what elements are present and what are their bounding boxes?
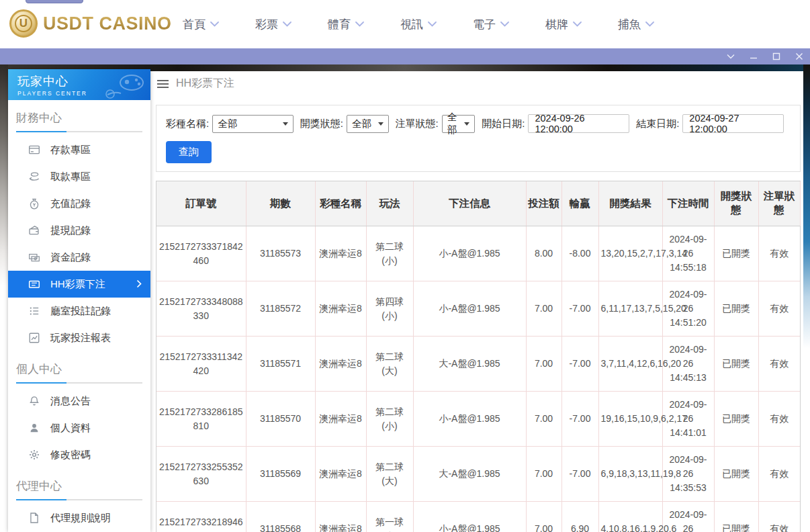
sidebar-item-profile[interactable]: 個人資料: [8, 414, 150, 441]
table-row: 2152172733371842460 31185573 澳洲幸运8 第二球(小…: [156, 226, 800, 281]
sidebar-item-hh-lottery-bets[interactable]: HH彩票下注: [8, 271, 150, 298]
nav-item[interactable]: 彩票: [255, 17, 291, 32]
chevron-down-icon: [283, 21, 291, 27]
sidebar-item-label: 消息公告: [50, 395, 91, 408]
maximize-button[interactable]: [772, 52, 780, 61]
deposit-card-icon: [28, 144, 40, 156]
section-title-agent: 代理中心: [8, 468, 150, 499]
nav-item-label: 體育: [328, 17, 351, 32]
cell-play-type: 第二球(大): [366, 447, 413, 502]
sidebar-item-player-bet-report[interactable]: 玩家投注報表: [8, 324, 150, 351]
logo-text: USDT CASINO: [43, 13, 172, 34]
collapse-chevron-button[interactable]: [726, 52, 735, 61]
cell-draw-result: 6,11,17,13,7,5,15,20: [598, 281, 662, 337]
window-controls: [726, 48, 806, 64]
end-date-input[interactable]: 2024-09-27 12:00:00: [682, 114, 784, 133]
cell-lottery-name: 澳洲幸运8: [315, 447, 366, 502]
table-header-cell: 開獎狀態: [714, 181, 758, 226]
sidebar-item-withdraw-record[interactable]: 提現記錄: [8, 217, 150, 244]
chevron-down-icon: [210, 21, 219, 27]
cell-draw-status: 已開獎: [714, 392, 758, 447]
nav-item[interactable]: 視訊: [400, 17, 437, 32]
cell-draw-result: 13,20,15,2,7,17,3,14: [598, 226, 662, 281]
cell-lottery-name: 澳洲幸运8: [315, 226, 366, 281]
sidebar-item-label: 廳室投註記錄: [50, 305, 111, 318]
sidebar-item-label: 資金記錄: [50, 251, 91, 264]
nav-item-label: 彩票: [255, 17, 278, 32]
sidebar-item-deposit[interactable]: 存款專區: [8, 136, 150, 163]
end-date-label: 結束日期:: [636, 118, 679, 130]
cell-draw-status: 已開獎: [714, 281, 758, 337]
table-row: 2152172733348088330 31185572 澳洲幸运8 第四球(小…: [156, 281, 800, 337]
browser-tab-stub[interactable]: [26, 0, 83, 3]
logo[interactable]: U USDT CASINO: [9, 9, 172, 38]
nav-item[interactable]: 體育: [328, 17, 364, 32]
cell-issue: 31185568: [246, 502, 315, 532]
section-title-finance: 財務中心: [8, 100, 150, 131]
list-records-icon: [28, 305, 40, 317]
sidebar-item-funds-record[interactable]: 資金記錄: [8, 244, 150, 271]
sidebar-item-recharge-record[interactable]: 充值記錄: [8, 190, 150, 217]
nav-item-label: 電子: [473, 17, 496, 32]
cell-order-status: 有效: [758, 337, 800, 392]
menu-hamburger-icon[interactable]: [157, 80, 169, 81]
cell-lottery-name: 澳洲幸运8: [315, 392, 366, 447]
cell-play-type: 第二球(小): [366, 226, 413, 281]
table-header-cell: 訂單號: [156, 181, 246, 226]
cell-bet-amount: 7.00: [526, 502, 561, 532]
lottery-select[interactable]: 全部: [212, 115, 294, 133]
sidebar-item-label: 取款專區: [50, 171, 91, 183]
cell-play-type: 第四球(小): [366, 281, 413, 337]
sidebar-item-label: 玩家投注報表: [50, 332, 111, 345]
nav-item[interactable]: 電子: [473, 17, 509, 32]
sidebar-item-agent-rules[interactable]: 代理規則說明: [8, 504, 150, 531]
lottery-filter-label: 彩種名稱:: [166, 118, 209, 130]
cell-order-no: 2152172733311342420: [156, 337, 246, 392]
cell-issue: 31185572: [246, 281, 315, 337]
background-left-strip: [0, 64, 8, 286]
workspace: 玩家中心 PLAYERS CENTER 財務中心 存款專區 取款專區 充值記錄 …: [0, 64, 810, 532]
table-row: 2152172733218946720 31185568 澳洲幸运8 第一球(小…: [156, 502, 800, 532]
table-row: 2152172733255352630 31185569 澳洲幸运8 第二球(大…: [156, 447, 800, 502]
cell-order-no: 2152172733348088330: [156, 281, 246, 337]
cell-bet-amount: 7.00: [526, 447, 561, 502]
sidebar: 玩家中心 PLAYERS CENTER 財務中心 存款專區 取款專區 充值記錄 …: [8, 69, 150, 532]
cell-draw-result: 3,7,11,4,12,6,16,20: [598, 337, 662, 392]
start-date-label: 開始日期:: [482, 118, 525, 130]
draw-status-select[interactable]: 全部: [347, 115, 389, 133]
breadcrumb: HH彩票下注: [156, 70, 801, 99]
query-button[interactable]: 查詢: [166, 141, 212, 163]
sidebar-header: 玩家中心 PLAYERS CENTER: [8, 69, 150, 100]
minimize-button[interactable]: [749, 52, 758, 61]
gear-icon: [28, 449, 40, 461]
section-rule: [16, 131, 142, 132]
cell-play-type: 第二球(小): [366, 392, 413, 447]
coin-logo-icon: U: [9, 9, 38, 38]
nav-item[interactable]: 捕魚: [618, 17, 654, 32]
sidebar-item-withdraw[interactable]: 取款專區: [8, 163, 150, 190]
order-status-select[interactable]: 全部: [442, 115, 476, 133]
cell-bet-amount: 7.00: [526, 281, 561, 337]
close-button[interactable]: [795, 52, 803, 61]
start-date-input[interactable]: 2024-09-26 12:00:00: [528, 114, 629, 133]
cell-play-type: 第二球(大): [366, 337, 413, 392]
sidebar-item-announcements[interactable]: 消息公告: [8, 388, 150, 414]
nav-item[interactable]: 棋牌: [545, 17, 582, 32]
cell-draw-result: 4,10,8,16,1,9,20,6: [598, 502, 662, 532]
sidebar-item-hall-bet-records[interactable]: 廳室投註記錄: [8, 298, 150, 324]
draw-status-filter-label: 開獎狀態:: [300, 118, 343, 130]
background-right-strip: [803, 64, 810, 387]
cell-bet-info: 小-A盤@1.985: [413, 226, 526, 281]
withdraw-hand-icon: [28, 171, 40, 183]
cell-bet-amount: 7.00: [526, 392, 561, 447]
table-header-row: 訂單號 期數 彩種名稱 玩法 下注信息 投注額 輸贏: [156, 181, 800, 226]
cell-order-status: 有效: [758, 502, 800, 532]
cell-draw-status: 已開獎: [714, 447, 758, 502]
cell-bet-info: 大-A盤@1.985: [413, 337, 526, 392]
nav-item[interactable]: 首頁: [183, 17, 219, 32]
main-nav: 首頁 彩票 體育 視訊 電子 棋牌: [183, 0, 654, 48]
nav-item-label: 棋牌: [545, 17, 568, 32]
section-rule: [16, 499, 142, 500]
sidebar-item-change-password[interactable]: 修改密碼: [8, 441, 150, 468]
cell-draw-status: 已開獎: [714, 502, 758, 532]
